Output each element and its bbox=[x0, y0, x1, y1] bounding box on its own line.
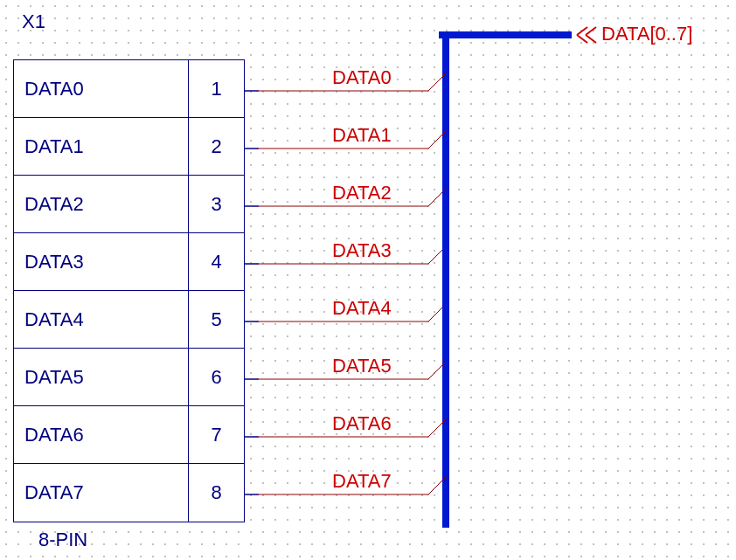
pin-number: 6 bbox=[189, 366, 244, 389]
pin-row: DATA1 2 bbox=[14, 118, 244, 176]
net-label: DATA1 bbox=[332, 124, 392, 147]
net-label: DATA4 bbox=[332, 297, 392, 320]
pin-name: DATA5 bbox=[14, 349, 189, 405]
net-label: DATA0 bbox=[332, 66, 392, 89]
svg-line-19 bbox=[428, 362, 446, 379]
svg-line-25 bbox=[428, 477, 446, 494]
svg-line-10 bbox=[428, 189, 446, 206]
component-body: DATA0 1 DATA1 2 DATA2 3 DATA3 4 DATA4 5 … bbox=[13, 59, 245, 522]
pin-number: 3 bbox=[189, 193, 244, 216]
pin-row: DATA6 7 bbox=[14, 406, 244, 464]
pin-number: 4 bbox=[189, 251, 244, 273]
pin-name: DATA1 bbox=[14, 118, 189, 175]
svg-line-7 bbox=[428, 131, 446, 149]
pin-number: 2 bbox=[189, 135, 244, 158]
svg-line-16 bbox=[428, 304, 446, 321]
pin-number: 5 bbox=[189, 308, 244, 331]
component-footprint: 8-PIN bbox=[38, 529, 87, 551]
pin-row: DATA4 5 bbox=[14, 291, 244, 349]
pin-name: DATA4 bbox=[14, 291, 189, 348]
pin-name: DATA3 bbox=[14, 233, 189, 290]
net-label: DATA6 bbox=[332, 412, 392, 435]
pin-row: DATA3 4 bbox=[14, 233, 244, 291]
svg-line-22 bbox=[428, 419, 446, 437]
net-label: DATA3 bbox=[332, 239, 392, 262]
pin-name: DATA0 bbox=[14, 60, 189, 117]
net-label: DATA2 bbox=[332, 182, 392, 204]
net-label: DATA7 bbox=[332, 470, 392, 493]
pin-name: DATA2 bbox=[14, 176, 189, 232]
bus-port-label: DATA[0..7] bbox=[601, 23, 692, 45]
pin-row: DATA5 6 bbox=[14, 349, 244, 406]
pin-row: DATA2 3 bbox=[14, 176, 244, 233]
svg-line-13 bbox=[428, 246, 446, 264]
component-designator: X1 bbox=[22, 10, 45, 33]
pin-number: 7 bbox=[189, 424, 244, 446]
pin-row: DATA0 1 bbox=[14, 60, 244, 118]
pin-row: DATA7 8 bbox=[14, 464, 244, 522]
net-label: DATA5 bbox=[332, 355, 392, 377]
pin-number: 8 bbox=[189, 481, 244, 504]
pin-name: DATA6 bbox=[14, 406, 189, 463]
svg-line-4 bbox=[428, 73, 446, 91]
pin-number: 1 bbox=[189, 78, 244, 100]
pin-name: DATA7 bbox=[14, 464, 189, 522]
